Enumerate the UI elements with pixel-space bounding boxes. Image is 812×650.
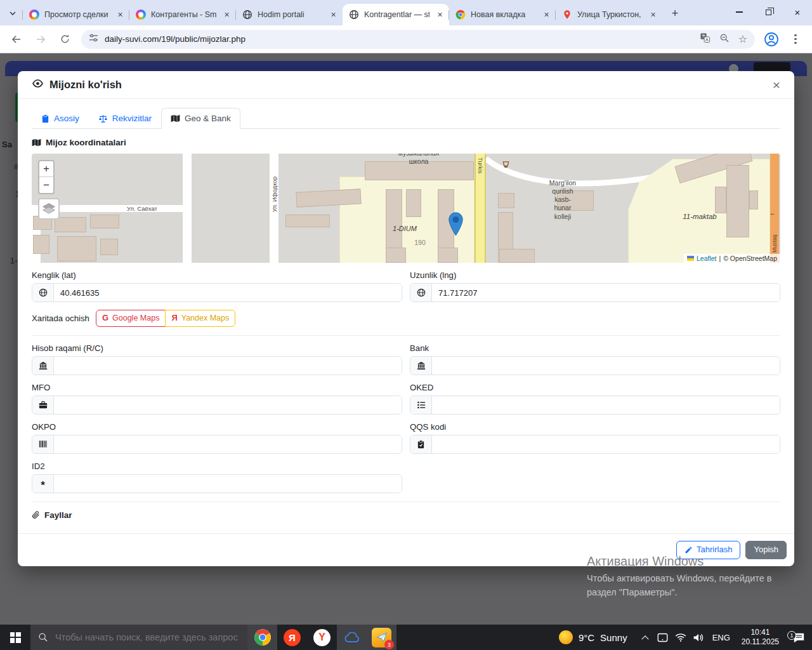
map-section-title: Mijoz koordinatalari	[32, 138, 780, 147]
profile-icon[interactable]	[761, 29, 782, 50]
map-building	[749, 190, 758, 209]
taskbar-chrome-icon[interactable]	[247, 625, 277, 650]
map-marker-icon[interactable]	[448, 212, 464, 236]
zoom-out-button[interactable]: −	[39, 177, 53, 193]
weather-condition: Sunny	[600, 632, 627, 643]
tab-search-chevron-icon[interactable]	[4, 4, 22, 22]
taskbar-cloud-icon[interactable]	[337, 625, 367, 650]
qqs-input[interactable]	[432, 435, 780, 453]
tab-close-icon[interactable]: ×	[541, 10, 552, 20]
account-input[interactable]	[54, 357, 402, 375]
view-client-modal: Mijozni ko'rish × Asosiy Rekvizitlar Geo…	[18, 71, 794, 566]
site-settings-icon[interactable]	[89, 33, 98, 45]
taskbar-search[interactable]	[30, 625, 247, 650]
google-maps-button[interactable]: G Google Maps	[96, 310, 166, 327]
search-icon	[38, 632, 48, 642]
tab-asosiy[interactable]: Asosiy	[32, 108, 89, 129]
tab-close-icon[interactable]: ×	[435, 10, 445, 20]
clipboard-icon	[41, 114, 49, 123]
taskbar-weather[interactable]: 9°C Sunny	[550, 630, 636, 644]
yandex-maps-button[interactable]: Я Yandex Maps	[165, 310, 235, 327]
oked-input[interactable]	[432, 396, 780, 414]
open-in-map-label: Xaritada ochish	[32, 314, 89, 323]
map-building	[90, 215, 119, 229]
taskbar-yandex-browser-icon[interactable]: Y	[307, 625, 337, 650]
zoom-in-button[interactable]: +	[39, 161, 53, 177]
window-minimize-button[interactable]	[724, 0, 754, 24]
browser-menu-icon[interactable]	[785, 29, 806, 50]
tablet-icon[interactable]	[654, 633, 672, 642]
window-restore-button[interactable]	[754, 0, 783, 24]
address-bar[interactable]: ☆	[81, 30, 755, 49]
browser-tab[interactable]: Улица Туркистон, ×	[556, 4, 662, 25]
osm-link[interactable]: © OpenStreetMap	[723, 255, 777, 262]
tab-rekvizitlar[interactable]: Rekvizitlar	[89, 108, 161, 129]
browser-tab-active[interactable]: Kontragentlar — st ×	[343, 4, 449, 25]
modal-body: Asosiy Rekvizitlar Geo & Bank Mijoz koor…	[18, 99, 794, 533]
map-label-house-number: 190	[407, 239, 433, 247]
taskbar-yandex-icon[interactable]: Я	[277, 625, 307, 650]
mfo-label: MFO	[32, 383, 402, 392]
account-label: Hisob raqami (R/C)	[32, 343, 402, 353]
modal-tab-bar: Asosiy Rekvizitlar Geo & Bank	[32, 108, 780, 129]
leaflet-map[interactable]: музыкальная школа Marg'ilon qurilish kas…	[32, 154, 780, 263]
volume-icon[interactable]	[690, 633, 707, 642]
map-layers-button[interactable]	[38, 198, 60, 220]
back-button[interactable]	[6, 29, 27, 50]
lat-input[interactable]	[54, 284, 402, 302]
mfo-input[interactable]	[54, 396, 402, 414]
url-input[interactable]	[105, 34, 693, 44]
yandex-icon: Я	[171, 313, 177, 324]
taskbar-search-input[interactable]	[55, 632, 240, 642]
id2-input[interactable]	[54, 475, 402, 493]
forward-button[interactable]	[30, 29, 51, 50]
translate-icon[interactable]	[700, 32, 710, 46]
browser-tab[interactable]: Контрагенты - Sm ×	[129, 4, 236, 25]
tab-close-icon[interactable]: ×	[115, 10, 126, 20]
bank-input[interactable]	[432, 357, 780, 375]
globe-icon	[349, 10, 359, 20]
qqs-label: QQS kodi	[410, 422, 780, 432]
lng-input[interactable]	[432, 284, 780, 302]
tab-title: Kontragentlar — st	[364, 10, 429, 19]
browser-tab[interactable]: Новая вкладка ×	[449, 4, 556, 25]
language-indicator[interactable]: ENG	[707, 633, 735, 642]
reload-button[interactable]	[55, 29, 75, 50]
modal-header: Mijozni ko'rish ×	[18, 71, 794, 99]
modal-close-icon[interactable]: ×	[773, 77, 780, 93]
tab-close-icon[interactable]: ×	[328, 10, 339, 20]
map-building	[386, 189, 402, 253]
window-close-button[interactable]: ×	[783, 0, 812, 24]
map-building	[438, 248, 458, 263]
eye-icon	[32, 77, 44, 92]
okpo-input[interactable]	[54, 435, 402, 453]
tab-geo-bank[interactable]: Geo & Bank	[161, 108, 240, 129]
map-building	[715, 187, 726, 213]
map-street-mustaq: Mustaq	[771, 235, 778, 253]
browser-tab[interactable]: Просмотр сделки ×	[23, 4, 129, 25]
start-button[interactable]	[0, 625, 30, 650]
close-button[interactable]: Yopish	[745, 541, 787, 559]
browser-tab[interactable]: Hodim portali ×	[236, 4, 343, 25]
bookmark-star-icon[interactable]: ☆	[738, 34, 747, 44]
taskbar-telegram-icon[interactable]: 3	[367, 625, 396, 650]
bank-icon	[32, 357, 54, 375]
new-tab-button[interactable]: +	[666, 4, 684, 22]
tab-close-icon[interactable]: ×	[221, 10, 232, 20]
map-label-dium: 1-DIUM	[379, 225, 430, 234]
globe-icon	[242, 10, 252, 20]
taskbar-clock[interactable]: 10:41 20.11.2025	[735, 628, 785, 647]
time: 10:41	[742, 628, 779, 637]
wifi-icon[interactable]	[672, 633, 690, 642]
list-icon	[410, 396, 432, 414]
notification-center-icon[interactable]: 1	[785, 632, 812, 643]
id2-label: ID2	[32, 461, 402, 471]
map-street-sayohat: Ул. Саёхат	[127, 205, 157, 212]
tab-close-icon[interactable]: ×	[648, 10, 658, 20]
date: 20.11.2025	[742, 637, 779, 647]
map-building	[498, 193, 514, 208]
zoom-icon[interactable]	[719, 33, 730, 46]
leaflet-link[interactable]: Leaflet	[697, 255, 717, 262]
tray-expand-chevron-icon[interactable]	[636, 635, 654, 640]
map-attribution: Leaflet | © OpenStreetMap	[684, 254, 780, 263]
